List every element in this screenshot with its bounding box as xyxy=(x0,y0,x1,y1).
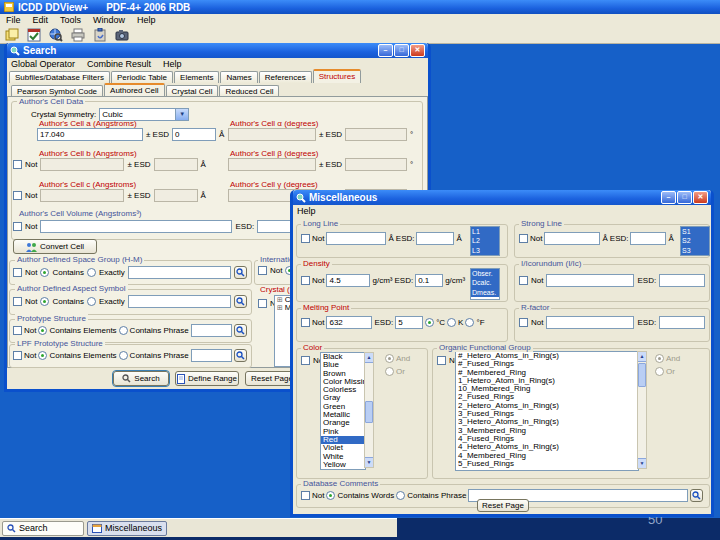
cell-a-input[interactable]: 17.040 xyxy=(37,128,143,141)
scrollbar-thumb[interactable] xyxy=(365,401,373,423)
globe-search-button[interactable] xyxy=(47,26,65,43)
fahrenheit-radio[interactable] xyxy=(465,318,474,327)
menu-item[interactable]: Tools xyxy=(60,15,81,25)
cell-c-esd-input[interactable] xyxy=(154,189,198,202)
density-option[interactable]: Obser. xyxy=(471,269,499,278)
tab[interactable]: Structures xyxy=(313,69,361,83)
color-list[interactable]: BlackBlueBrownColor MissingColorlessGray… xyxy=(320,352,366,470)
lpf-prototype-input[interactable] xyxy=(191,349,232,362)
close-button[interactable]: ✕ xyxy=(693,191,708,204)
menu-item[interactable]: Window xyxy=(93,15,125,25)
iic-input[interactable] xyxy=(546,274,634,287)
minimize-button[interactable]: – xyxy=(378,44,393,57)
contains-phrase-radio[interactable] xyxy=(119,351,128,360)
tab[interactable]: Subfiles/Database Filters xyxy=(9,71,110,83)
long-line-option[interactable]: L2 xyxy=(471,236,499,245)
contains-radio[interactable] xyxy=(40,268,49,277)
convert-cell-button[interactable]: Convert Cell xyxy=(13,239,97,254)
density-options-list[interactable]: Obser.Dcalc.Dmeas. xyxy=(470,268,500,300)
not-checkbox[interactable] xyxy=(519,318,528,327)
contains-phrase-radio[interactable] xyxy=(396,491,405,500)
prototype-lookup-button[interactable] xyxy=(234,324,247,337)
or-radio[interactable] xyxy=(655,367,664,376)
menu-item[interactable]: Edit xyxy=(33,15,49,25)
rfactor-input[interactable] xyxy=(546,316,634,329)
color-item[interactable]: Yellow xyxy=(321,461,365,469)
strong-line-input[interactable] xyxy=(544,232,600,245)
or-radio[interactable] xyxy=(385,367,394,376)
tab[interactable]: Names xyxy=(220,71,257,83)
misc-reset-page-button[interactable]: Reset Page xyxy=(477,499,529,512)
density-option[interactable]: Dcalc. xyxy=(471,278,499,287)
strong-line-option[interactable]: S3 xyxy=(681,246,709,255)
strong-line-options-list[interactable]: S1S2S3 xyxy=(680,226,710,256)
menu-item[interactable]: Help xyxy=(297,206,316,216)
report-button[interactable] xyxy=(25,26,43,43)
celsius-radio[interactable] xyxy=(425,318,434,327)
db-comments-lookup-button[interactable] xyxy=(690,489,703,502)
chevron-down-icon[interactable]: ▼ xyxy=(175,109,188,120)
menu-item[interactable]: Help xyxy=(163,59,182,69)
search-dialog-titlebar[interactable]: Search – □ ✕ xyxy=(7,43,428,58)
long-line-esd-input[interactable] xyxy=(416,232,454,245)
scrollbar-thumb[interactable] xyxy=(638,363,646,387)
not-checkbox[interactable] xyxy=(301,491,310,500)
menu-item[interactable]: Help xyxy=(137,15,156,25)
not-checkbox[interactable] xyxy=(13,326,22,335)
scroll-down-icon[interactable]: ▼ xyxy=(365,457,373,467)
clipboard-button[interactable] xyxy=(91,26,109,43)
scroll-up-icon[interactable]: ▲ xyxy=(365,353,373,363)
tab[interactable]: References xyxy=(259,71,312,83)
maximize-button[interactable]: □ xyxy=(677,191,692,204)
ofg-item[interactable]: 5_Fused_Rings xyxy=(456,460,638,468)
notes-button[interactable] xyxy=(3,26,21,43)
cell-a-esd-input[interactable]: 0 xyxy=(172,128,216,141)
contains-phrase-radio[interactable] xyxy=(119,326,128,335)
exactly-radio[interactable] xyxy=(87,297,96,306)
kelvin-radio[interactable] xyxy=(447,318,456,327)
cell-b-esd-input[interactable] xyxy=(154,158,198,171)
not-checkbox[interactable] xyxy=(301,234,310,243)
not-checkbox[interactable] xyxy=(13,351,22,360)
not-checkbox[interactable] xyxy=(13,268,22,277)
space-group-lookup-button[interactable] xyxy=(234,266,247,279)
strong-line-esd-input[interactable] xyxy=(630,232,666,245)
contains-elements-radio[interactable] xyxy=(38,326,47,335)
ofg-list[interactable]: #_Hetero_Atoms_in_Ring(s)#_Fused_Rings#_… xyxy=(455,351,639,471)
strong-line-option[interactable]: S1 xyxy=(681,227,709,236)
iic-esd-input[interactable] xyxy=(659,274,705,287)
cell-volume-input[interactable] xyxy=(40,220,232,233)
lpf-prototype-lookup-button[interactable] xyxy=(234,349,247,362)
maximize-button[interactable]: □ xyxy=(394,44,409,57)
rfactor-esd-input[interactable] xyxy=(659,316,705,329)
cell-alpha-input[interactable] xyxy=(228,128,316,141)
taskbar-misc-button[interactable]: Miscellaneous xyxy=(87,521,167,536)
menu-item[interactable]: File xyxy=(6,15,21,25)
not-checkbox[interactable] xyxy=(519,234,528,243)
not-checkbox[interactable] xyxy=(13,222,22,231)
taskbar-search-button[interactable]: Search xyxy=(2,521,84,536)
tab[interactable]: Periodic Table xyxy=(111,71,173,83)
cell-c-input[interactable] xyxy=(40,189,124,202)
cell-beta-esd-input[interactable] xyxy=(345,158,407,171)
not-checkbox[interactable] xyxy=(519,276,528,285)
scroll-up-icon[interactable]: ▲ xyxy=(638,352,646,362)
ofg-list-scrollbar[interactable]: ▲ ▼ xyxy=(637,351,647,469)
not-checkbox[interactable] xyxy=(437,356,446,365)
scrollbar-track[interactable] xyxy=(365,363,373,457)
exactly-radio[interactable] xyxy=(87,268,96,277)
misc-dialog-titlebar[interactable]: Miscellaneous – □ ✕ xyxy=(293,190,711,205)
density-option[interactable]: Dmeas. xyxy=(471,288,499,297)
contains-words-radio[interactable] xyxy=(326,491,335,500)
strong-line-option[interactable]: S2 xyxy=(681,236,709,245)
long-line-option[interactable]: L3 xyxy=(471,246,499,255)
long-line-options-list[interactable]: L1L2L3 xyxy=(470,226,500,256)
melting-point-esd-input[interactable]: 5 xyxy=(395,316,423,329)
melting-point-input[interactable]: 632 xyxy=(326,316,372,329)
color-list-scrollbar[interactable]: ▲ ▼ xyxy=(364,352,374,468)
not-checkbox[interactable] xyxy=(301,356,310,365)
long-line-option[interactable]: L1 xyxy=(471,227,499,236)
not-checkbox[interactable] xyxy=(13,160,22,169)
tab[interactable]: Elements xyxy=(174,71,219,83)
contains-elements-radio[interactable] xyxy=(38,351,47,360)
